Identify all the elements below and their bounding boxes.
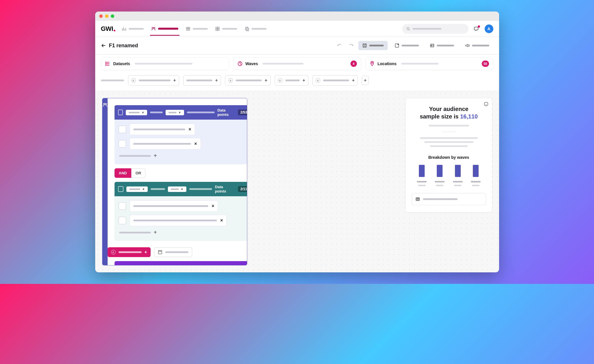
add-datapoint[interactable]: + [119, 152, 247, 159]
connector-or[interactable]: OR [131, 168, 146, 178]
segment-checkbox[interactable] [118, 186, 124, 192]
save-button[interactable] [358, 41, 388, 50]
filter-cards-row: Datasets Waves 4 Locations 50 [95, 54, 499, 73]
segment-dropdown-2[interactable]: ▼ [166, 110, 184, 115]
datapoint-pill[interactable]: × [130, 138, 201, 150]
segment-dropdown-2[interactable]: ▼ [168, 186, 186, 192]
datapoint-pill[interactable]: × [130, 124, 195, 135]
filter-locations[interactable]: Locations 50 [365, 57, 493, 70]
bar-label [453, 181, 463, 182]
attribute-chip-3[interactable]: ≡+ [225, 75, 270, 86]
svg-rect-7 [246, 27, 248, 30]
nav-item-3[interactable] [185, 22, 209, 36]
datapoints-label: Data points [215, 185, 235, 193]
segment-dropdown-1[interactable]: ▼ [126, 110, 147, 115]
chip-skeleton [119, 251, 142, 253]
chip-skeleton [186, 80, 212, 81]
attribute-chip-5[interactable]: ≡+ [312, 75, 358, 86]
add-attribute-button[interactable]: + [362, 76, 368, 85]
panel-cta-button[interactable] [412, 193, 486, 205]
datapoint-checkbox[interactable] [119, 217, 126, 224]
remove-datapoint[interactable]: × [212, 203, 214, 209]
bar-label [471, 181, 481, 182]
filter-datasets[interactable]: Datasets [101, 57, 229, 70]
nav-label-skeleton [129, 28, 144, 30]
datapoint-skeleton [133, 129, 185, 130]
svg-rect-2 [186, 27, 190, 30]
nav-label-skeleton [252, 28, 267, 30]
minimize-window[interactable] [105, 14, 108, 18]
attribute-chip-2[interactable]: + [183, 75, 221, 86]
connector-and[interactable]: AND [115, 168, 131, 178]
save-icon [158, 250, 162, 254]
remove-datapoint[interactable]: × [194, 141, 197, 146]
builder-sidebar [102, 98, 108, 265]
back-button[interactable] [101, 43, 106, 48]
undo-button[interactable] [337, 43, 342, 48]
megaphone-icon [465, 43, 470, 48]
datapoint-checkbox[interactable] [119, 140, 126, 148]
audience-line1: Your audience [429, 106, 468, 112]
nav-item-4[interactable] [214, 22, 238, 36]
info-icon[interactable] [484, 102, 488, 106]
messages-icon[interactable] [474, 26, 479, 32]
filter-waves[interactable]: Waves 4 [233, 57, 361, 70]
remove-datapoint[interactable]: × [189, 127, 191, 132]
segment-dropdown-1[interactable]: ▼ [126, 186, 148, 192]
nav-item-audiences[interactable] [150, 22, 179, 36]
brand-logo[interactable]: GWI [101, 25, 116, 33]
toolbar-button-2[interactable] [391, 41, 423, 50]
toolbar-button-4[interactable] [461, 41, 493, 50]
svg-point-15 [431, 45, 432, 46]
save-icon [362, 43, 367, 48]
builder-footer: ≡ + [108, 243, 247, 257]
attribute-chip-1[interactable]: ≡+ [128, 75, 179, 86]
chip-circle-icon: ≡ [111, 250, 116, 254]
segment-skeleton [150, 112, 163, 113]
add-datapoint[interactable]: + [119, 229, 247, 236]
search-placeholder-skeleton [413, 28, 441, 30]
datapoints-label: Data points [218, 108, 235, 117]
svg-point-20 [372, 62, 373, 63]
segment-skeleton [187, 112, 215, 113]
audiences-icon [151, 27, 156, 31]
datapoint-pill[interactable]: × [130, 215, 227, 226]
brand-text: GWI [101, 25, 113, 33]
segment-checkbox[interactable] [118, 110, 123, 115]
attribute-chip-4[interactable]: ≡+ [275, 75, 308, 86]
segment-1: ▼ ▼ Data points 2/53 ▼ ⋮ × [115, 105, 247, 164]
page-title: F1 renamed [109, 43, 138, 49]
audience-builder: ▼ ▼ Data points 2/53 ▼ ⋮ × [102, 98, 247, 265]
svg-rect-8 [246, 28, 249, 31]
svg-point-17 [106, 63, 106, 64]
svg-point-1 [154, 27, 155, 28]
datapoint-pill[interactable]: × [130, 200, 218, 212]
remove-datapoint[interactable]: × [220, 218, 223, 223]
macos-titlebar [95, 12, 499, 21]
plus-icon: + [145, 250, 147, 255]
new-segment-bar[interactable] [115, 261, 247, 265]
nav-item-1[interactable] [121, 22, 145, 36]
bar-3 [453, 165, 463, 186]
datapoint-checkbox[interactable] [119, 126, 126, 133]
user-avatar[interactable]: A [485, 24, 493, 33]
redo-button[interactable] [348, 43, 354, 48]
nav-item-5[interactable] [243, 22, 268, 36]
footer-save-outline[interactable] [154, 247, 192, 257]
maximize-window[interactable] [111, 14, 114, 18]
svg-point-9 [407, 27, 409, 30]
search-input[interactable] [402, 24, 469, 34]
segment-2: ▼ ▼ Data points 2/11 ▼ ⋮ × [115, 182, 247, 241]
footer-add-pink[interactable]: ≡ + [108, 247, 151, 257]
breakdown-bars [412, 165, 486, 186]
filter-label: Waves [246, 61, 258, 66]
close-window[interactable] [99, 14, 103, 18]
svg-point-21 [103, 103, 105, 105]
svg-rect-23 [158, 250, 162, 254]
datapoints-count: 2/53 [238, 110, 247, 115]
toolbar-button-3[interactable] [426, 41, 458, 50]
waves-count-badge: 4 [351, 61, 357, 67]
clipboard-icon [245, 27, 249, 31]
datapoint-checkbox[interactable] [119, 202, 126, 210]
panel-skeleton [429, 125, 469, 127]
